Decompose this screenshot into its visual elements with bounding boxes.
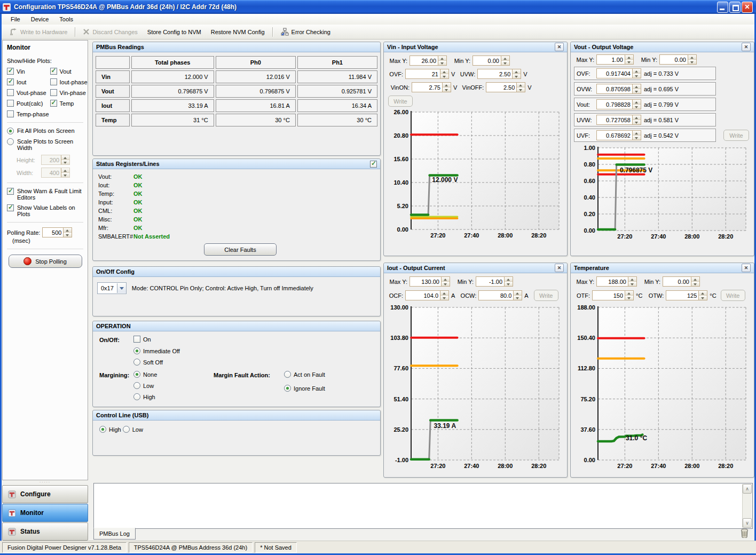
radio-fit-all-plots[interactable]: Fit All Plots on Screen	[7, 128, 83, 134]
vin-uvw-input[interactable]	[478, 69, 512, 78]
vout-ovf-spinner[interactable]	[596, 68, 641, 78]
vout-min-y-input[interactable]	[660, 55, 688, 64]
radio-control-low[interactable]: Low	[123, 426, 143, 433]
vin-min-y-input[interactable]	[473, 56, 501, 65]
nav-configure[interactable]: Configure	[2, 485, 88, 503]
checkbox-on[interactable]: On	[133, 336, 151, 343]
temp-max-y-spinner[interactable]	[596, 276, 637, 287]
radio-margining-none-circle[interactable]	[133, 371, 140, 378]
vin-vinon-input[interactable]	[412, 83, 442, 92]
radio-control-low-circle[interactable]	[123, 426, 130, 433]
radio-control-high[interactable]: High	[99, 426, 121, 433]
checkbox-iout-box[interactable]	[7, 78, 14, 85]
vin-ovf-spinner[interactable]	[405, 69, 449, 79]
vout-write-button[interactable]: Write	[723, 130, 749, 141]
iout-ocf-input[interactable]	[406, 291, 440, 300]
checkbox-vin-box[interactable]	[7, 68, 14, 75]
restore-nvm-config-button[interactable]: Restore NVM Config	[206, 27, 270, 37]
checkbox-temp-phase-box[interactable]	[7, 110, 14, 117]
radio-margining-low-circle[interactable]	[133, 382, 140, 389]
radio-margining-low[interactable]: Low	[133, 382, 154, 389]
temp-max-y-input[interactable]	[597, 277, 628, 286]
radio-control-high-circle[interactable]	[99, 426, 106, 433]
checkbox-vout[interactable]: Vout	[50, 68, 88, 75]
temp-otf-spinner[interactable]	[592, 290, 634, 300]
radio-scale-plots[interactable]: Scale Plots to Screen Width	[7, 138, 83, 151]
radio-scale-plots-circle[interactable]	[7, 138, 14, 145]
vout-vout-spinner[interactable]	[596, 99, 641, 109]
radio-ignore-fault[interactable]: Ignore Fault	[284, 385, 325, 392]
discard-changes-button[interactable]: Discard Changes	[78, 26, 142, 37]
iout-min-y-spinner[interactable]	[476, 276, 513, 287]
spin-down-icon[interactable]	[61, 160, 69, 164]
checkbox-show-value-labels-box[interactable]	[7, 204, 14, 211]
radio-immediate-off[interactable]: Immediate Off	[133, 347, 180, 354]
minimize-button[interactable]	[717, 2, 728, 13]
maximize-button[interactable]	[729, 2, 741, 13]
vout-uvf-input[interactable]	[597, 131, 632, 140]
vout-min-y-spinner[interactable]	[659, 54, 697, 65]
vin-ovf-input[interactable]	[406, 69, 440, 78]
pmbus-log-box[interactable]: ∧ ∨	[93, 483, 753, 529]
radio-margining-none[interactable]: None	[133, 371, 157, 378]
status-registers-checkbox[interactable]	[370, 161, 377, 168]
radio-ignore-fault-circle[interactable]	[284, 385, 291, 392]
radio-act-on-fault[interactable]: Act on Fault	[284, 371, 325, 378]
vout-ovw-input[interactable]	[597, 84, 632, 93]
vin-vinon-spinner[interactable]	[412, 82, 451, 92]
vout-uvf-spinner[interactable]	[596, 130, 641, 140]
temp-min-y-input[interactable]	[663, 277, 691, 286]
scroll-up-icon[interactable]: ∧	[743, 484, 752, 494]
checkbox-on-box[interactable]	[133, 336, 140, 343]
write-to-hardware-button[interactable]: Write to Hardware	[5, 26, 72, 38]
radio-soft-off-circle[interactable]	[133, 359, 140, 366]
store-config-to-nvm-button[interactable]: Store Config to NVM	[143, 27, 206, 37]
vout-max-y-spinner[interactable]	[596, 54, 634, 65]
nav-status[interactable]: Status	[2, 522, 88, 541]
checkbox-vout-box[interactable]	[50, 68, 57, 75]
iout-min-y-input[interactable]	[476, 277, 504, 286]
nav-monitor[interactable]: Monitor	[2, 504, 88, 522]
radio-fit-all-plots-circle[interactable]	[7, 128, 14, 134]
close-button[interactable]	[742, 2, 753, 13]
checkbox-show-value-labels[interactable]: Show Value Labels on Plots	[7, 204, 83, 217]
vout-close-icon[interactable]: ✕	[742, 43, 751, 51]
temp-min-y-spinner[interactable]	[663, 276, 700, 287]
temp-otw-spinner[interactable]	[666, 290, 707, 300]
checkbox-vin[interactable]: Vin	[7, 68, 49, 75]
checkbox-temp[interactable]: Temp	[50, 100, 88, 107]
vout-uvw-spinner[interactable]	[596, 115, 641, 125]
vin-min-y-spinner[interactable]	[472, 56, 510, 66]
height-spinner[interactable]	[41, 155, 70, 165]
stop-polling-button[interactable]: Stop Polling	[9, 255, 82, 268]
error-checking-button[interactable]: Error Checking	[275, 26, 335, 38]
scroll-down-icon[interactable]: ∨	[743, 518, 752, 528]
checkbox-temp-box[interactable]	[50, 100, 57, 107]
temperature-close-icon[interactable]: ✕	[742, 264, 751, 272]
checkbox-iout-phase-box[interactable]	[50, 78, 57, 85]
clear-log-trash-icon[interactable]	[740, 528, 749, 538]
spin-up-icon[interactable]	[61, 168, 69, 173]
checkbox-vout-phase-box[interactable]	[7, 89, 14, 96]
checkbox-temp-phase[interactable]: Temp-phase	[7, 110, 49, 117]
iout-close-icon[interactable]: ✕	[555, 264, 564, 272]
radio-margining-high[interactable]: High	[133, 393, 155, 400]
vin-vinoff-input[interactable]	[486, 83, 516, 92]
checkbox-vout-phase[interactable]: Vout-phase	[7, 89, 49, 96]
height-input[interactable]	[42, 155, 61, 164]
checkbox-pout-calc[interactable]: Pout(calc)	[7, 100, 49, 107]
checkbox-show-warn-fault-editors[interactable]: Show Warn & Fault Limit Editors	[7, 188, 83, 201]
iout-ocw-input[interactable]	[479, 291, 513, 300]
radio-immediate-off-circle[interactable]	[133, 347, 140, 354]
vout-vout-input[interactable]	[597, 100, 632, 109]
tab-pmbus-log[interactable]: PMBus Log	[93, 528, 136, 540]
vin-vinoff-spinner[interactable]	[486, 82, 525, 92]
checkbox-iout[interactable]: Iout	[7, 78, 49, 85]
menu-file[interactable]: File	[6, 15, 25, 23]
iout-max-y-spinner[interactable]	[410, 276, 450, 287]
width-spinner[interactable]	[41, 168, 70, 178]
iout-max-y-input[interactable]	[410, 277, 441, 286]
iout-ocf-spinner[interactable]	[405, 290, 449, 300]
spin-up-icon[interactable]	[64, 228, 72, 233]
vin-max-y-input[interactable]	[410, 56, 438, 65]
